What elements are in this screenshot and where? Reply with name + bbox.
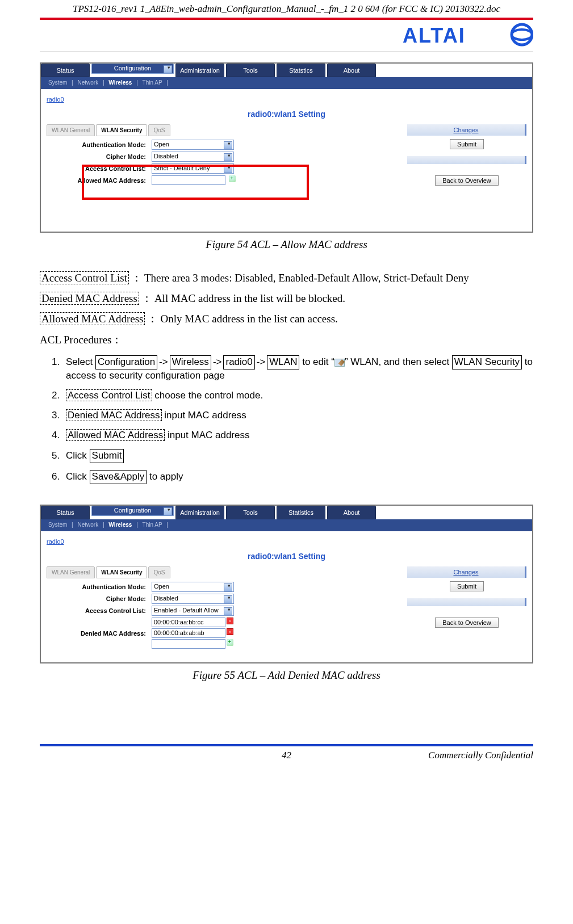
subnav-wireless[interactable]: Wireless (108, 79, 132, 86)
acl-label: Access Control List: (47, 165, 152, 172)
auth-mode-select[interactable]: Open (152, 582, 234, 592)
submit-button[interactable]: Submit (450, 581, 484, 591)
cipher-mode-select[interactable]: Disabled (152, 594, 234, 604)
sub-nav: System | Network | Wireless | Thin AP | (41, 77, 532, 88)
denied-mac-input-3[interactable] (152, 639, 225, 649)
term-allowed: Allowed MAC Address (40, 312, 145, 325)
header-thin-rule (40, 52, 533, 52)
term-acl: Access Control List (40, 271, 129, 284)
breadcrumb[interactable]: radio0 (41, 93, 532, 106)
sub-nav-55: System | Network | Wireless | Thin AP | (41, 519, 532, 530)
side-blank-strip (407, 598, 526, 606)
procedure-list: Select Configuration->Wireless->radio0->… (40, 353, 533, 489)
tab-administration[interactable]: Administration (175, 64, 224, 77)
allowed-mac-input[interactable] (152, 175, 225, 185)
figure-55-screenshot: Status Configuration Administration Tool… (40, 505, 533, 663)
subnav-network[interactable]: Network (78, 522, 99, 528)
cipher-mode-label: Cipher Mode: (47, 153, 152, 160)
subtab-wlan-security[interactable]: WLAN Security (96, 566, 147, 578)
add-icon[interactable] (227, 639, 233, 646)
subnav-thinap[interactable]: Thin AP (143, 522, 162, 528)
doc-header: TPS12-016_rev1 1_A8Ein_web-admin_Configu… (40, 0, 533, 16)
step-5: Click Submit (62, 447, 533, 468)
step-4: Allowed MAC Address input MAC address (62, 427, 533, 447)
section-title-55: radio0:wlan1 Setting (41, 548, 532, 566)
tab-status[interactable]: Status (41, 64, 90, 77)
denied-mac-input-1[interactable]: 00:00:00:aa:bb:cc (152, 618, 225, 627)
back-to-overview-button[interactable]: Back to Overview (435, 175, 499, 186)
auth-mode-label: Authentication Mode: (47, 141, 152, 148)
subnav-system[interactable]: System (48, 522, 67, 528)
tab-about[interactable]: About (327, 506, 376, 519)
edit-icon (334, 359, 345, 367)
tab-tools[interactable]: Tools (226, 64, 275, 77)
subtab-wlan-general[interactable]: WLAN General (47, 124, 95, 136)
subnav-thinap[interactable]: Thin AP (143, 79, 162, 86)
tab-administration[interactable]: Administration (175, 506, 224, 519)
page-number: 42 (282, 750, 291, 761)
def-allowed: Allowed MAC Address：Only MAC address in … (40, 309, 533, 329)
altai-logo: ALTAI (403, 22, 533, 47)
figure-55-caption: Figure 55 ACL – Add Denied MAC address (40, 669, 533, 682)
subtab-qos[interactable]: QoS (148, 566, 170, 578)
acl-select[interactable]: Enabled - Default Allow (152, 606, 234, 616)
procedures-heading: ACL Procedures： (40, 333, 533, 347)
footer-blue-rule (40, 744, 533, 746)
main-nav: Status Configuration Administration Tool… (41, 64, 532, 77)
def-acl: Access Control List：There area 3 modes: … (40, 268, 533, 288)
add-icon[interactable] (229, 175, 236, 182)
changes-link[interactable]: Changes (407, 566, 526, 578)
subnav-network[interactable]: Network (78, 79, 99, 86)
acl-label: Access Control List: (47, 607, 152, 614)
side-blank-strip (407, 156, 526, 164)
svg-text:ALTAI: ALTAI (403, 24, 466, 47)
tab-tools[interactable]: Tools (226, 506, 275, 519)
denied-mac-input-2[interactable]: 00:00:00:ab:ab:ab (152, 628, 225, 638)
figure-54-screenshot: Status Configuration Administration Tool… (40, 62, 533, 233)
tab-status[interactable]: Status (41, 506, 90, 519)
figure-54-caption: Figure 54 ACL – Allow MAC address (40, 238, 533, 251)
subnav-system[interactable]: System (48, 79, 67, 86)
step-2: Access Control List choose the control m… (62, 387, 533, 407)
step-1: Select Configuration->Wireless->radio0->… (62, 353, 533, 387)
svg-point-1 (512, 30, 532, 40)
subtab-wlan-security[interactable]: WLAN Security (96, 124, 147, 136)
main-nav-55: Status Configuration Administration Tool… (41, 506, 532, 519)
svg-point-0 (512, 24, 532, 45)
confidential-label: Commercially Confidential (428, 750, 533, 761)
cipher-mode-select[interactable]: Disabled (152, 152, 234, 162)
back-to-overview-button[interactable]: Back to Overview (435, 618, 499, 628)
subtab-qos[interactable]: QoS (148, 124, 170, 136)
denied-mac-label: Denied MAC Address: (47, 630, 152, 637)
subtab-wlan-general[interactable]: WLAN General (47, 566, 95, 578)
def-denied: Denied MAC Address：All MAC address in th… (40, 288, 533, 309)
acl-select[interactable]: Strict - Default Deny (152, 163, 234, 174)
tab-statistics[interactable]: Statstics (277, 64, 325, 77)
auth-mode-label: Authentication Mode: (47, 583, 152, 590)
auth-mode-select[interactable]: Open (152, 140, 234, 150)
tab-statistics[interactable]: Statistics (277, 506, 325, 519)
tab-configuration[interactable]: Configuration (91, 506, 174, 516)
cipher-mode-label: Cipher Mode: (47, 595, 152, 602)
tab-configuration[interactable]: Configuration (91, 64, 174, 74)
step-3: Denied MAC Address input MAC address (62, 407, 533, 427)
tab-about[interactable]: About (327, 64, 376, 77)
changes-link[interactable]: Changes (407, 124, 526, 136)
section-title: radio0:wlan1 Setting (41, 106, 532, 124)
step-6: Click Save&Apply to apply (62, 468, 533, 489)
delete-icon[interactable] (227, 618, 233, 624)
subnav-wireless[interactable]: Wireless (108, 522, 132, 528)
submit-button[interactable]: Submit (450, 139, 484, 149)
term-denied: Denied MAC Address (40, 292, 139, 305)
breadcrumb-55[interactable]: radio0 (41, 535, 532, 548)
allowed-mac-label: Allowed MAC Address: (47, 177, 152, 184)
delete-icon[interactable] (227, 628, 233, 635)
